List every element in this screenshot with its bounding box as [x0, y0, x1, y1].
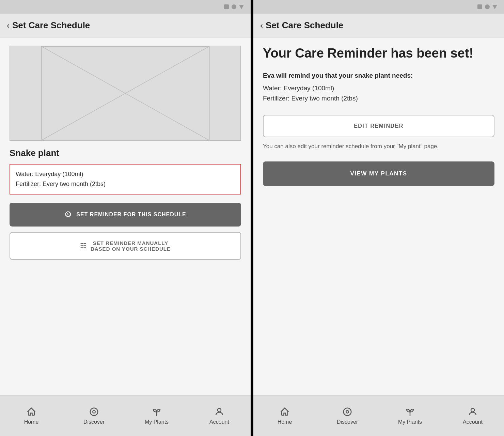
home-icon-left [26, 407, 36, 417]
svg-point-7 [346, 410, 349, 413]
reminder-detail-items: Water: Everyday (100ml) Fertilizer: Ever… [263, 83, 494, 104]
discover-icon-right [342, 407, 352, 417]
status-bar-right [253, 0, 504, 14]
myplants-icon-right [405, 407, 415, 417]
svg-point-3 [90, 408, 98, 416]
status-bar-left [0, 0, 251, 14]
back-arrow-icon: ‹ [7, 21, 10, 30]
nav-discover-right[interactable]: Discover [316, 403, 379, 429]
sliders-icon: ☷ [80, 242, 86, 250]
back-button-right[interactable]: ‹ Set Care Schedule [260, 20, 343, 31]
svg-point-5 [218, 408, 221, 412]
confirmation-title: Your Care Reminder has been set! [263, 46, 494, 61]
discover-icon-left [89, 407, 99, 417]
main-content-left: Snake plant Water: Everyday (100ml) Fert… [0, 37, 251, 395]
reminder-water: Water: Everyday (100ml) [263, 84, 334, 92]
set-reminder-label: SET REMINDER FOR THIS SCHEDULE [76, 212, 186, 218]
nav-myplants-label-right: My Plants [398, 419, 422, 425]
status-icon-triangle [239, 5, 244, 9]
nav-discover-label-left: Discover [83, 419, 105, 425]
care-water-text: Water: Everyday (100ml) [16, 169, 235, 179]
care-info-box: Water: Everyday (100ml) Fertilizer: Ever… [10, 164, 241, 194]
header-left: ‹ Set Care Schedule [0, 14, 251, 37]
svg-point-8 [471, 408, 474, 412]
nav-discover-label-right: Discover [337, 419, 358, 425]
nav-home-label-left: Home [24, 419, 39, 425]
reminder-fertilizer: Fertilizer: Every two month (2tbs) [263, 95, 358, 102]
nav-home-left[interactable]: Home [0, 403, 63, 429]
view-plants-label: VIEW MY PLANTS [350, 170, 407, 177]
home-icon-right [280, 407, 290, 417]
edit-reminder-button[interactable]: EDIT REMINDER [263, 115, 494, 137]
panel-divider [251, 0, 253, 436]
set-manually-label: SET REMINDER MANUALLYBASED ON YOUR SCHED… [91, 240, 171, 252]
header-right: ‹ Set Care Schedule [253, 14, 504, 37]
left-panel: ‹ Set Care Schedule Snake plant Water: E… [0, 0, 251, 436]
back-arrow-icon-right: ‹ [260, 21, 263, 30]
nav-home-label-right: Home [278, 419, 292, 425]
edit-hint-text: You can also edit your reminder schedule… [263, 142, 494, 151]
main-content-right: Your Care Reminder has been set! Eva wil… [253, 37, 504, 395]
account-icon-left [214, 407, 224, 417]
clock-icon: ⏲ [64, 210, 72, 219]
care-fertilizer-text: Fertilizer: Every two month (2tbs) [16, 179, 235, 189]
nav-discover-left[interactable]: Discover [63, 403, 125, 429]
status-icon-square [224, 4, 229, 9]
right-panel: ‹ Set Care Schedule Your Care Reminder h… [253, 0, 504, 436]
nav-account-right[interactable]: Account [441, 403, 504, 429]
nav-account-label-right: Account [463, 419, 483, 425]
set-manually-button[interactable]: ☷ SET REMINDER MANUALLYBASED ON YOUR SCH… [10, 232, 241, 260]
nav-myplants-left[interactable]: My Plants [125, 403, 188, 429]
set-reminder-button[interactable]: ⏲ SET REMINDER FOR THIS SCHEDULE [10, 203, 241, 227]
nav-home-right[interactable]: Home [253, 403, 316, 429]
status-icon-triangle-right [492, 5, 497, 9]
status-icon-circle-right [485, 4, 490, 9]
myplants-icon-left [152, 407, 162, 417]
status-icon-square-right [477, 4, 482, 9]
reminder-detail-bold: Eva will remind you that your snake plan… [263, 71, 494, 81]
status-icon-circle [232, 4, 236, 9]
bottom-nav-right: Home Discover My Plants Account [253, 395, 504, 436]
view-plants-button[interactable]: VIEW MY PLANTS [263, 161, 494, 186]
plant-name: Snake plant [10, 148, 241, 158]
back-button-left[interactable]: ‹ Set Care Schedule [7, 20, 90, 31]
edit-reminder-label: EDIT REMINDER [354, 123, 404, 129]
nav-myplants-right[interactable]: My Plants [379, 403, 441, 429]
plant-image-placeholder [10, 46, 241, 141]
svg-point-4 [93, 410, 95, 413]
svg-point-6 [344, 408, 351, 416]
header-title-left: Set Care Schedule [12, 20, 90, 31]
nav-account-left[interactable]: Account [188, 403, 251, 429]
header-title-right: Set Care Schedule [266, 20, 343, 31]
bottom-nav-left: Home Discover My Plants Account [0, 395, 251, 436]
nav-myplants-label-left: My Plants [145, 419, 169, 425]
account-icon-right [468, 407, 478, 417]
nav-account-label-left: Account [209, 419, 229, 425]
